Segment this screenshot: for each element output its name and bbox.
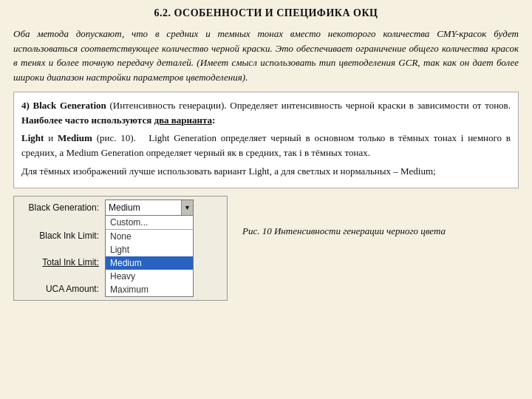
black-generation-select[interactable]: Medium ▼ — [105, 200, 194, 216]
total-ink-limit-label: Total Ink Limit: — [20, 257, 105, 267]
black-generation-label: Black Generation: — [20, 202, 105, 213]
box-paragraph-1: 4) Black Generation (Интенсивность генер… — [21, 98, 511, 128]
black-ink-limit-label: Black Ink Limit: — [20, 231, 105, 241]
page-title: 6.2. ОСОБЕННОСТИ И СПЕЦИФИКА ОКЦ — [13, 7, 519, 19]
black-generation-select-wrapper: Medium ▼ Custom... None Light Medium Hea… — [105, 200, 194, 216]
dropdown-item-heavy[interactable]: Heavy — [106, 270, 193, 283]
number-label: 4) Black Generation — [21, 100, 106, 111]
page: 6.2. ОСОБЕННОСТИ И СПЕЦИФИКА ОКЦ Оба мет… — [0, 0, 532, 399]
dropdown-panel: Black Generation: Medium ▼ Custom... Non… — [13, 196, 228, 301]
dropdown-item-light[interactable]: Light — [106, 243, 193, 256]
medium-label: Medium — [58, 132, 92, 143]
light-label: Light — [21, 132, 44, 143]
intro-paragraph: Оба метода допускают, что в средних и те… — [13, 27, 519, 84]
box-paragraph-2: Light и Medium (рис. 10). Light Generati… — [21, 131, 511, 160]
dropdown-item-none[interactable]: None — [106, 230, 193, 243]
dropdown-item-custom[interactable]: Custom... — [106, 216, 193, 230]
dropdown-item-medium[interactable]: Medium — [106, 256, 193, 270]
dropdown-arrow-icon[interactable]: ▼ — [181, 200, 193, 215]
black-generation-selected-value: Medium — [109, 202, 181, 213]
black-generation-dropdown-list: Custom... None Light Medium Heavy Maximu… — [105, 216, 194, 297]
content-box: 4) Black Generation (Интенсивность генер… — [13, 92, 519, 188]
and-label: и — [48, 132, 58, 143]
row-black-generation: Black Generation: Medium ▼ Custom... Non… — [14, 197, 227, 219]
figure-caption: Рис. 10 Интенсивности генерации черного … — [242, 225, 519, 237]
ref-label: (рис. 10). Light Generation определяет ч… — [21, 132, 511, 158]
uca-amount-label: UCA Amount: — [20, 284, 105, 294]
box-paragraph-3: Для тёмных изображений лучше использоват… — [21, 164, 511, 179]
dropdown-item-maximum[interactable]: Maximum — [106, 283, 193, 296]
paren-label: (Интенсивность генерации). — [109, 100, 226, 111]
bottom-area: Black Generation: Medium ▼ Custom... Non… — [13, 196, 519, 301]
